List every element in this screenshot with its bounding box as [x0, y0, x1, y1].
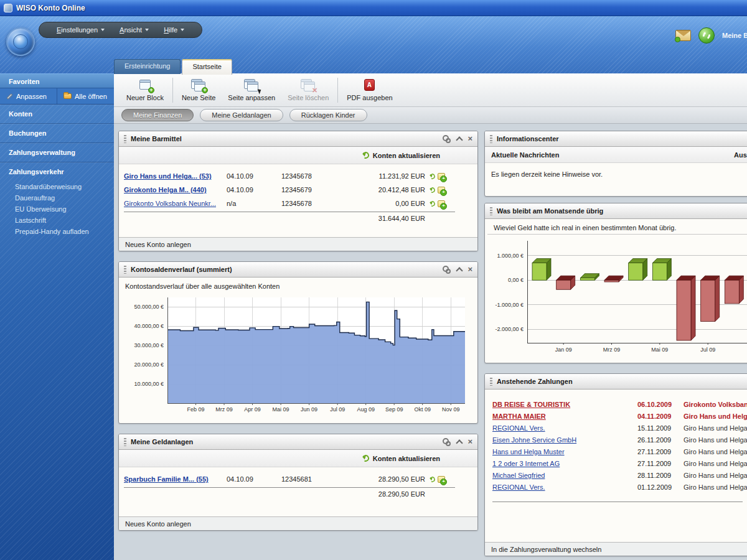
payee-link[interactable]: DB REISE & TOURISTIK: [492, 401, 637, 408]
left-column: Meine Barmittel × Konten aktualisieren G…: [118, 131, 478, 541]
divider: [492, 502, 743, 502]
sync-icon[interactable]: [698, 27, 715, 44]
drag-handle-icon[interactable]: [490, 135, 492, 143]
seite-anpassen-button[interactable]: Seite anpassen: [222, 77, 281, 103]
close-icon[interactable]: ×: [467, 266, 472, 273]
gear-icon[interactable]: [443, 438, 451, 446]
refresh-bar: Konten aktualisieren: [119, 147, 477, 164]
drag-handle-icon[interactable]: [124, 266, 126, 274]
total-amount: 28.290,50 EUR: [124, 487, 455, 498]
sidebar-item-zahlungsverwaltung[interactable]: Zahlungsverwaltung: [0, 143, 114, 162]
app-orb-core: [13, 34, 28, 49]
refresh-icon[interactable]: [429, 186, 436, 193]
menu-ansicht[interactable]: Ansicht: [112, 26, 156, 34]
payee-link[interactable]: REGIONAL Vers.: [492, 424, 637, 432]
band-right-label[interactable]: Meine B: [722, 32, 747, 39]
account-link[interactable]: Girokonto Volksbank Neunkr...: [124, 200, 227, 207]
gear-icon[interactable]: [443, 135, 451, 143]
total-amount: 31.644,40 EUR: [124, 212, 455, 222]
collapse-icon[interactable]: [456, 136, 462, 142]
app-orb-button[interactable]: [6, 27, 35, 56]
panel-header: Kontosaldenverlauf (summiert) ×: [119, 262, 477, 278]
sidebar: Favoriten Anpassen Alle öffnen Konten Bu…: [0, 73, 114, 560]
svg-text:1.000,00 €: 1.000,00 €: [497, 253, 524, 259]
payee-link[interactable]: MARTHA MAIER: [492, 413, 637, 420]
svg-text:10.000,00 €: 10.000,00 €: [134, 381, 164, 387]
caret-down-icon: [145, 29, 149, 31]
svg-text:Apr 09: Apr 09: [244, 406, 261, 413]
svg-text:0,00 €: 0,00 €: [508, 277, 524, 283]
table-row: REGIONAL Vers. 01.12.2009 Giro Hans und …: [492, 481, 747, 493]
sidebar-subitem-prepaid-handy[interactable]: Prepaid-Handy aufladen: [0, 226, 114, 237]
drag-handle-icon[interactable]: [490, 207, 492, 215]
collapse-icon[interactable]: [456, 439, 462, 445]
neues-konto-anlegen-link[interactable]: Neues Konto anlegen: [119, 516, 477, 530]
neue-seite-button[interactable]: + Neue Seite: [176, 77, 222, 103]
panel-anstehende-zahlungen: Anstehende Zahlungen DB REISE & TOURISTI…: [484, 373, 747, 556]
right-column: Informationscenter Aktuelle Nachrichten …: [484, 131, 747, 560]
account-link[interactable]: Sparbuch Familie M... (55): [124, 475, 227, 483]
table-row: Giro Hans und Helga... (53) 04.10.09 123…: [124, 169, 455, 183]
pill-meine-finanzen[interactable]: Meine Finanzen: [121, 109, 194, 121]
sidebar-subitem-lastschrift[interactable]: Lastschrift: [0, 215, 114, 226]
refresh-icon[interactable]: [429, 172, 436, 179]
refresh-icon[interactable]: [429, 475, 436, 482]
payee-link[interactable]: Eisen Johne Service GmbH: [492, 436, 637, 444]
add-transaction-icon[interactable]: [438, 476, 445, 483]
refresh-icon[interactable]: [429, 200, 436, 207]
payee-link[interactable]: Hans und Helga Muster: [492, 448, 637, 455]
alle-oeffnen-button[interactable]: Alle öffnen: [57, 88, 114, 104]
table-row: Hans und Helga Muster 27.11.2009 Giro Ha…: [492, 446, 747, 457]
pdf-ausgeben-button[interactable]: A PDF ausgeben: [341, 77, 398, 103]
toolbar-separator: [172, 78, 173, 103]
sidebar-item-konten[interactable]: Konten: [0, 105, 114, 124]
add-transaction-icon[interactable]: [438, 187, 445, 194]
close-icon[interactable]: ×: [467, 438, 472, 446]
svg-text:Mai 09: Mai 09: [651, 347, 668, 353]
svg-text:Jul 09: Jul 09: [330, 406, 345, 413]
payee-link[interactable]: Michael Siegfried: [492, 472, 637, 479]
tab-ersteinrichtung[interactable]: Ersteinrichtung: [114, 59, 181, 74]
panel-header: Informationscenter: [485, 131, 747, 147]
wrench-icon: [6, 93, 13, 100]
ausblenden-link[interactable]: Ausblenden: [734, 151, 747, 159]
panel-header: Was bleibt am Monatsende übrig: [485, 203, 747, 219]
collapse-icon[interactable]: [456, 267, 462, 273]
panel-header: Anstehende Zahlungen: [485, 374, 747, 390]
svg-text:Feb 09: Feb 09: [187, 406, 205, 413]
neuer-block-button[interactable]: + Neuer Block: [120, 77, 170, 103]
add-transaction-icon[interactable]: [438, 200, 445, 207]
sidebar-item-zahlungsverkehr[interactable]: Zahlungsverkehr: [0, 162, 114, 181]
panel-monatsende: Was bleibt am Monatsende übrig Wieviel G…: [484, 203, 747, 363]
add-transaction-icon[interactable]: [438, 173, 445, 180]
close-icon[interactable]: ×: [467, 135, 472, 142]
account-link[interactable]: Giro Hans und Helga... (53): [124, 172, 227, 180]
drag-handle-icon[interactable]: [124, 438, 126, 446]
zahlungsverwaltung-link[interactable]: In die Zahlungsverwaltung wechseln: [485, 542, 747, 556]
account-link[interactable]: Girokonto Helga M.. (440): [124, 186, 227, 194]
sidebar-item-buchungen[interactable]: Buchungen: [0, 124, 114, 143]
anpassen-button[interactable]: Anpassen: [0, 88, 57, 104]
tab-startseite[interactable]: Startseite: [182, 59, 232, 75]
konten-aktualisieren-link[interactable]: Konten aktualisieren: [373, 455, 440, 462]
menu-hilfe[interactable]: Hilfe: [156, 26, 192, 34]
table-row: Girokonto Helga M.. (440) 04.10.09 12345…: [124, 183, 455, 197]
gear-icon[interactable]: [443, 266, 451, 274]
sidebar-subitem-standardueberweisung[interactable]: Standardüberweisung: [0, 181, 114, 192]
pill-meine-geldanlagen[interactable]: Meine Geldanlagen: [200, 109, 283, 121]
drag-handle-icon[interactable]: [124, 135, 126, 143]
menu-einstellungen[interactable]: Einstellungen: [49, 26, 112, 34]
neues-konto-anlegen-link[interactable]: Neues Konto anlegen: [119, 237, 477, 251]
drag-handle-icon[interactable]: [490, 378, 492, 386]
payee-link[interactable]: REGIONAL Vers.: [492, 483, 637, 491]
sidebar-subitem-eu-ueberweisung[interactable]: EU Überweisung: [0, 203, 114, 215]
mail-icon[interactable]: [675, 30, 691, 41]
sidebar-subitem-dauerauftrag[interactable]: Dauerauftrag: [0, 192, 114, 203]
pill-ruecklagen-kinder[interactable]: Rücklagen Kinder: [289, 109, 367, 121]
payee-link[interactable]: 1 2 oder 3 Internet AG: [492, 460, 637, 467]
caret-down-icon: [181, 29, 184, 31]
table-row: Sparbuch Familie M... (55) 04.10.09 1234…: [124, 472, 455, 486]
toolbar: + Neuer Block + Neue Seite Seite anpasse…: [114, 73, 747, 107]
chart-subtitle: Wieviel Geld hatte ich real in einen bes…: [487, 219, 747, 235]
konten-aktualisieren-link[interactable]: Konten aktualisieren: [373, 152, 440, 159]
